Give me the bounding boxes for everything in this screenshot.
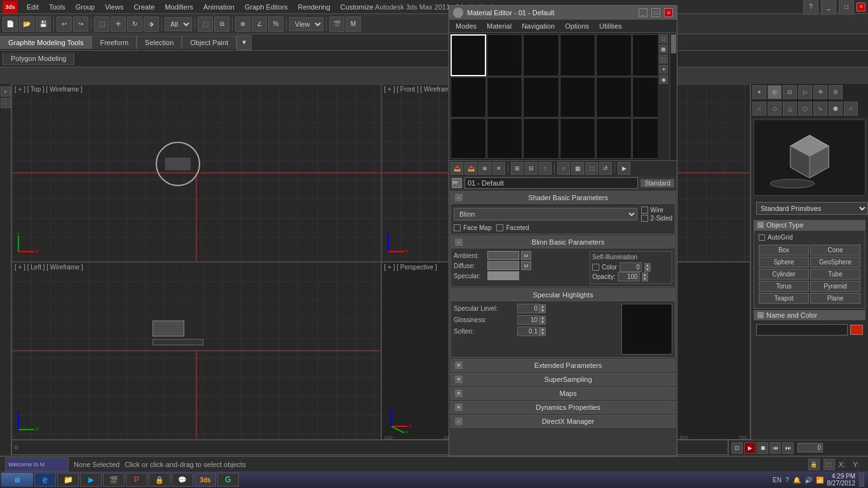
me-sample-10[interactable] bbox=[560, 77, 595, 118]
select-filter[interactable]: All bbox=[165, 17, 192, 31]
taskbar-media[interactable]: ▶ bbox=[80, 473, 102, 487]
diffuse-map-btn[interactable]: M bbox=[521, 261, 531, 270]
me-menu-material[interactable]: Material bbox=[482, 21, 517, 31]
soften-input[interactable] bbox=[517, 327, 539, 336]
faceted-checkbox[interactable] bbox=[496, 224, 503, 231]
tab-graphite[interactable]: Graphite Modeling Tools bbox=[0, 36, 92, 49]
me-bg-btn[interactable]: ▦ bbox=[571, 162, 584, 175]
me-menu-navigation[interactable]: Navigation bbox=[517, 21, 560, 31]
me-sample-3[interactable] bbox=[523, 34, 559, 76]
undo-btn[interactable]: ↩ bbox=[57, 17, 72, 32]
ambient-map-btn[interactable]: M bbox=[521, 251, 531, 260]
me-icon-back[interactable]: ⬚ bbox=[659, 55, 668, 64]
two-sided-checkbox[interactable] bbox=[641, 215, 648, 222]
left-btn-1[interactable]: + bbox=[1, 86, 11, 97]
self-illum-color-checkbox[interactable] bbox=[592, 264, 599, 271]
color-swatch[interactable] bbox=[850, 325, 863, 335]
opacity-spin-down[interactable]: ▼ bbox=[642, 277, 648, 281]
extended-toggle[interactable]: + bbox=[455, 362, 463, 369]
rpanel-icon-motion[interactable]: ▷ bbox=[798, 85, 812, 99]
tab-extra[interactable]: ▼ bbox=[236, 35, 252, 50]
angle-snap-btn[interactable]: ∠ bbox=[252, 17, 267, 32]
me-sample-16[interactable] bbox=[560, 118, 595, 159]
next-frame-btn[interactable]: ⏭ bbox=[782, 442, 794, 454]
shader-basic-header[interactable]: - Shader Basic Parameters bbox=[451, 191, 675, 204]
me-sample-2[interactable] bbox=[487, 34, 522, 76]
start-button[interactable]: ⊞ bbox=[1, 473, 33, 487]
obj-tube[interactable]: Tube bbox=[810, 269, 860, 280]
me-sample-type-btn[interactable]: ○ bbox=[557, 162, 570, 175]
name-color-toggle[interactable]: - bbox=[757, 312, 764, 318]
me-close-btn[interactable]: ✕ bbox=[664, 8, 673, 17]
rpanel-icon-2a[interactable]: ○ bbox=[752, 102, 766, 116]
select-btn[interactable]: ⬚ bbox=[94, 17, 109, 32]
me-icon-bg[interactable]: ▦ bbox=[659, 44, 668, 53]
me-name-input[interactable] bbox=[465, 177, 638, 189]
me-assign-btn[interactable]: ⊕ bbox=[478, 162, 491, 175]
me-sample-17[interactable] bbox=[596, 118, 632, 159]
menu-customize[interactable]: Customize bbox=[336, 2, 379, 12]
material-editor-btn[interactable]: M bbox=[346, 17, 361, 32]
menu-modifiers[interactable]: Modifiers bbox=[159, 2, 198, 12]
max-btn[interactable]: □ bbox=[839, 0, 854, 15]
show-desktop-btn[interactable] bbox=[859, 473, 864, 487]
primitives-dropdown[interactable]: Standard Primitives bbox=[756, 202, 868, 215]
shader-basic-toggle[interactable]: - bbox=[455, 194, 463, 201]
taskbar-folder[interactable]: 📁 bbox=[57, 473, 79, 487]
obj-cylinder[interactable]: Cylinder bbox=[759, 269, 809, 280]
menu-tools[interactable]: Tools bbox=[44, 2, 71, 12]
rpanel-icon-modify[interactable]: ⊞ bbox=[768, 85, 782, 99]
me-menu-options[interactable]: Options bbox=[560, 21, 594, 31]
rpanel-icon-create[interactable]: ✦ bbox=[752, 85, 766, 99]
obj-pyramid[interactable]: Pyramid bbox=[810, 281, 860, 292]
soften-down[interactable]: ▼ bbox=[539, 332, 546, 336]
me-panel[interactable]: - Shader Basic Parameters Blinn Wire bbox=[449, 190, 677, 456]
lock-icon[interactable]: 🔒 bbox=[808, 459, 820, 470]
me-sample-14[interactable] bbox=[487, 118, 522, 159]
rpanel-icon-2c[interactable]: △ bbox=[783, 102, 797, 116]
taskbar-green[interactable]: G bbox=[217, 473, 239, 487]
blinn-basic-toggle[interactable]: - bbox=[455, 238, 463, 246]
me-icon-slot[interactable]: ◉ bbox=[659, 75, 668, 84]
tab-freeform[interactable]: Freeform bbox=[92, 36, 137, 49]
diffuse-color-box[interactable] bbox=[487, 261, 519, 270]
spec-level-down[interactable]: ▼ bbox=[539, 309, 546, 313]
obj-sphere[interactable]: Sphere bbox=[759, 257, 809, 268]
me-icon-sample[interactable]: □ bbox=[659, 34, 668, 43]
me-go-parent-btn[interactable]: ↑ bbox=[539, 162, 552, 175]
rpanel-icon-2g[interactable]: ☆ bbox=[844, 102, 858, 116]
self-illum-color-value[interactable] bbox=[620, 262, 642, 272]
view-dropdown[interactable]: View bbox=[289, 17, 323, 31]
menu-views[interactable]: Views bbox=[100, 2, 128, 12]
close-btn[interactable]: ✕ bbox=[857, 3, 865, 11]
menu-group[interactable]: Group bbox=[71, 2, 100, 12]
blinn-basic-header[interactable]: - Blinn Basic Parameters bbox=[451, 236, 675, 248]
me-sample-15[interactable] bbox=[523, 118, 559, 159]
subtab-polygon[interactable]: Polygon Modeling bbox=[3, 53, 74, 65]
obj-teapot[interactable]: Teapot bbox=[759, 293, 809, 304]
open-btn[interactable]: 📂 bbox=[19, 17, 34, 32]
me-video-btn[interactable]: ▶ bbox=[618, 162, 630, 175]
taskbar-ie[interactable]: e bbox=[34, 473, 56, 487]
me-sample-9[interactable] bbox=[523, 77, 559, 118]
me-sample-1[interactable] bbox=[451, 34, 486, 76]
opacity-value[interactable] bbox=[618, 272, 640, 281]
me-put-material-btn[interactable]: 📤 bbox=[465, 162, 477, 175]
me-minimize-btn[interactable]: _ bbox=[639, 8, 648, 17]
rpanel-icon-2f[interactable]: ⬢ bbox=[829, 102, 843, 116]
taskbar-lock[interactable]: 🔒 bbox=[149, 473, 170, 487]
spin-up[interactable]: ▲ bbox=[644, 263, 651, 268]
rpanel-icon-2b[interactable]: ◇ bbox=[768, 102, 782, 116]
name-color-header[interactable]: - Name and Color bbox=[754, 310, 865, 320]
percent-snap-btn[interactable]: % bbox=[268, 17, 283, 32]
rpanel-icon-utilities[interactable]: ⚙ bbox=[829, 85, 843, 99]
obj-geosphere[interactable]: GeoSphere bbox=[810, 257, 860, 268]
frame-input[interactable] bbox=[797, 443, 823, 452]
dynamics-header[interactable]: + Dynamics Properties bbox=[451, 401, 675, 414]
min-btn[interactable]: _ bbox=[821, 0, 836, 15]
tab-selection[interactable]: Selection bbox=[137, 36, 182, 49]
shader-type-dropdown[interactable]: Blinn bbox=[454, 208, 637, 220]
rpanel-icon-display[interactable]: 👁 bbox=[813, 85, 827, 99]
menu-edit[interactable]: Edit bbox=[22, 2, 44, 12]
supersampling-header[interactable]: + SuperSampling bbox=[451, 373, 675, 386]
